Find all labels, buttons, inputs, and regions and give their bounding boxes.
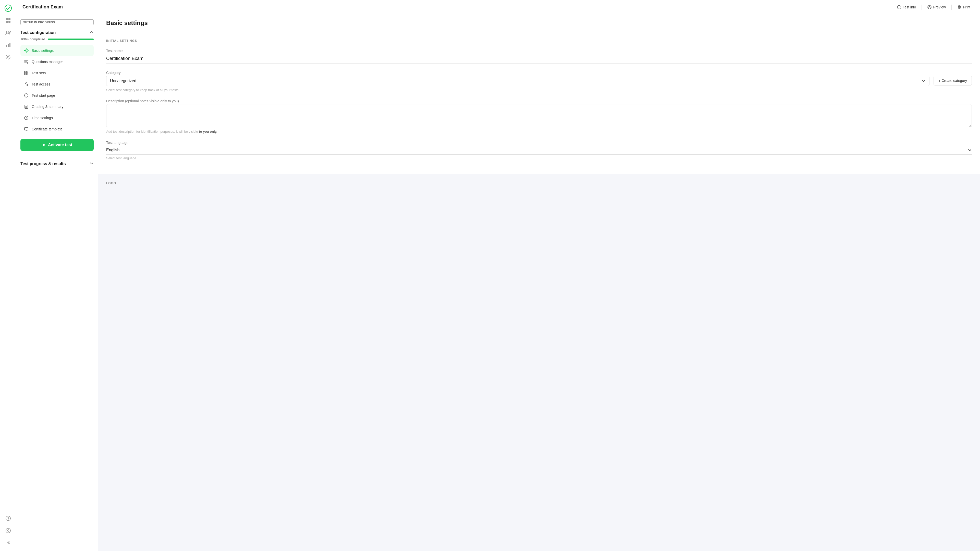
help-icon[interactable]: ? [3, 513, 13, 524]
svg-point-5 [6, 31, 8, 33]
svg-rect-8 [8, 44, 9, 47]
header-title: Certification Exam [22, 4, 894, 10]
activate-test-label: Activate test [48, 143, 72, 147]
description-hint-text: Add test description for identification … [106, 130, 199, 134]
category-row: Uncategorized + Create category [106, 76, 972, 86]
svg-rect-4 [8, 21, 11, 23]
create-category-button[interactable]: + Create category [934, 76, 972, 86]
preview-icon [928, 5, 932, 9]
sidebar-item-test-sets[interactable]: Test sets [21, 68, 94, 78]
progress-row: 100% completed [21, 37, 94, 41]
category-label: Category [106, 71, 972, 75]
header-divider-1 [921, 5, 922, 10]
language-value: English [106, 148, 119, 152]
sidebar-item-grading-summary[interactable]: Grading & summary [21, 101, 94, 112]
icon-rail: ? [0, 0, 16, 551]
test-config-chevron-icon[interactable] [89, 30, 94, 35]
page-header: Basic settings [98, 14, 980, 32]
svg-rect-1 [6, 18, 8, 20]
test-name-field: Test name Certification Exam [106, 49, 972, 64]
sidebar-item-test-access[interactable]: Test access [21, 79, 94, 89]
logo-section: LOGO [98, 174, 980, 192]
progress-label: 100% completed [21, 37, 45, 41]
test-progress-chevron-icon[interactable] [89, 161, 94, 166]
svg-rect-9 [10, 43, 11, 47]
content-area: SETUP IN PROGRESS Test configuration 100… [16, 14, 980, 551]
settings-icon[interactable] [3, 52, 13, 62]
description-hint-bold: to you only. [199, 130, 217, 134]
language-label: Test language [106, 141, 972, 145]
header-divider-2 [951, 5, 952, 10]
svg-rect-37 [24, 127, 28, 130]
users-icon[interactable] [3, 27, 13, 38]
description-field: Description (optional notes visible only… [106, 99, 972, 134]
test-info-button[interactable]: i Test info [894, 3, 920, 11]
test-sets-icon [24, 70, 29, 76]
back-icon[interactable] [3, 526, 13, 536]
test-start-page-icon [24, 92, 29, 98]
basic-settings-icon [24, 48, 29, 53]
grading-summary-label: Grading & summary [32, 105, 63, 109]
initial-settings-label: INITIAL SETTINGS [106, 39, 972, 43]
language-chevron-icon [968, 148, 972, 152]
print-button[interactable]: Print [954, 3, 974, 11]
page-title: Basic settings [106, 19, 972, 27]
svg-rect-3 [6, 21, 8, 23]
print-icon [957, 5, 961, 9]
info-icon: i [897, 5, 901, 9]
test-progress-section-header: Test progress & results [21, 161, 94, 166]
basic-settings-label: Basic settings [32, 48, 54, 53]
setup-badge: SETUP IN PROGRESS [21, 19, 94, 25]
questions-manager-label: Questions manager [32, 60, 63, 64]
sidebar-item-time-settings[interactable]: Time settings [21, 113, 94, 123]
description-textarea[interactable] [106, 104, 972, 127]
svg-rect-28 [27, 73, 28, 75]
description-hint: Add test description for identification … [106, 130, 972, 134]
progress-bar-fill [48, 38, 94, 40]
main-container: Certification Exam i Test info Preview [16, 0, 980, 551]
svg-rect-19 [959, 6, 960, 6]
sidebar-item-test-start-page[interactable]: Test start page [21, 90, 94, 101]
svg-rect-27 [24, 73, 26, 75]
sidebar-item-basic-settings[interactable]: Basic settings [21, 45, 94, 56]
svg-rect-7 [6, 45, 7, 47]
brand-logo-icon[interactable] [3, 3, 13, 13]
preview-button[interactable]: Preview [924, 3, 950, 11]
category-hint: Select test category to keep track of al… [106, 88, 972, 92]
svg-text:i: i [899, 6, 900, 9]
category-dropdown[interactable]: Uncategorized [106, 76, 929, 86]
chart-icon[interactable] [3, 40, 13, 50]
test-start-page-label: Test start page [32, 93, 55, 97]
sidebar-item-questions-manager[interactable]: Questions manager [21, 56, 94, 67]
test-config-title: Test configuration [21, 30, 56, 35]
sidebar: SETUP IN PROGRESS Test configuration 100… [16, 14, 98, 551]
top-header: Certification Exam i Test info Preview [16, 0, 980, 14]
test-config-section-header: Test configuration [21, 30, 94, 35]
test-name-label: Test name [106, 49, 972, 53]
language-dropdown[interactable]: English [106, 146, 972, 154]
test-access-icon [24, 81, 29, 87]
grading-summary-icon [24, 104, 29, 110]
svg-point-13 [6, 528, 11, 533]
test-name-value[interactable]: Certification Exam [106, 54, 972, 64]
grid-icon[interactable] [3, 15, 13, 25]
test-info-label: Test info [903, 5, 916, 9]
sidebar-nav: Basic settings Questions manager [21, 45, 94, 135]
activate-test-button[interactable]: Activate test [21, 139, 94, 151]
play-icon [42, 143, 46, 147]
svg-rect-25 [24, 71, 26, 73]
svg-rect-26 [27, 71, 28, 73]
language-field: Test language English Select test langua… [106, 141, 972, 160]
certificate-template-icon [24, 126, 29, 132]
certificate-template-label: Certificate template [32, 127, 62, 131]
collapse-icon[interactable] [3, 538, 13, 548]
category-chevron-icon [921, 79, 926, 83]
preview-label: Preview [933, 5, 946, 9]
progress-bar-bg [48, 38, 94, 40]
language-hint: Select test language. [106, 156, 972, 160]
sidebar-item-certificate-template[interactable]: Certificate template [21, 124, 94, 134]
create-category-label: + Create category [939, 79, 967, 83]
svg-point-10 [7, 56, 9, 58]
test-access-label: Test access [32, 82, 50, 86]
category-field: Category Uncategorized + Create category [106, 71, 972, 92]
